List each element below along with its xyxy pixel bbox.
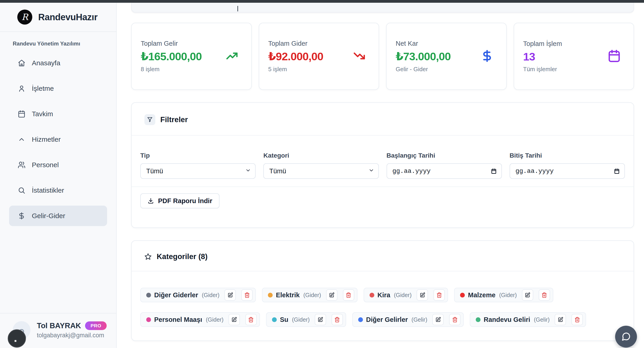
edit-category-button[interactable] <box>315 314 326 325</box>
category-type: (Gider) <box>499 292 517 298</box>
filter-icon-box <box>144 114 155 125</box>
chat-bubble-button[interactable] <box>615 326 637 348</box>
edit-category-button[interactable] <box>224 289 236 301</box>
category-color-dot <box>146 317 151 322</box>
edit-category-button[interactable] <box>555 314 566 325</box>
stat-label: Toplam İşlem <box>523 40 634 48</box>
category-name: Su <box>280 316 288 324</box>
stat-label: Net Kar <box>396 40 506 47</box>
category-chip: Personel Maaşı (Gider) <box>140 312 260 327</box>
trash-icon <box>334 317 340 322</box>
edit-icon <box>318 317 323 322</box>
delete-category-button[interactable] <box>332 314 343 325</box>
end-date-input[interactable]: gg.aa.yyyy <box>510 163 625 179</box>
sidebar-item-label: Gelir-Gider <box>32 212 65 220</box>
sidebar-item-istatistikler[interactable]: İstatistikler <box>9 180 107 200</box>
category-name: Malzeme <box>468 291 496 299</box>
delete-category-button[interactable] <box>245 314 257 325</box>
trending-up-icon <box>225 49 238 64</box>
calendar-icon <box>18 110 26 118</box>
category-chip: Su (Gider) <box>266 312 346 327</box>
sidebar: R RandevuHazır Randevu Yönetim Yazılımı … <box>0 3 117 348</box>
kategori-select[interactable]: Tümü <box>263 163 378 179</box>
stat-card-net-kar: Net Kar ₺73.000,00 Gelir - Gider <box>386 23 507 90</box>
stat-sub: 5 işlem <box>268 66 379 73</box>
pdf-download-button[interactable]: PDF Raporu İndir <box>140 193 220 208</box>
stat-card-toplam-islem: Toplam İşlem 13 Tüm işlemler <box>514 23 634 90</box>
delete-category-button[interactable] <box>434 289 445 301</box>
edit-icon <box>435 317 441 322</box>
category-chip: Randevu Geliri (Gelir) <box>470 312 586 327</box>
delete-category-button[interactable] <box>539 289 550 301</box>
tip-label: Tip <box>140 152 256 159</box>
start-date-label: Başlangıç Tarihi <box>386 152 502 159</box>
scrolled-card-remnant <box>131 3 634 12</box>
stat-sub: 8 işlem <box>141 66 251 73</box>
kategori-label: Kategori <box>263 152 378 159</box>
edit-category-button[interactable] <box>416 289 428 301</box>
trash-icon <box>436 292 442 298</box>
start-date-placeholder: gg.aa.yyyy <box>392 168 431 175</box>
category-name: Elektrik <box>276 291 300 299</box>
sidebar-item-label: Tavkim <box>32 110 53 118</box>
user-icon <box>18 84 26 92</box>
date-picker-icon[interactable] <box>491 168 497 174</box>
category-chip: Kira (Gider) <box>364 288 448 302</box>
home-icon <box>18 59 26 67</box>
edit-category-button[interactable] <box>326 289 338 301</box>
funnel-icon <box>147 116 153 123</box>
category-type: (Gelir) <box>412 316 427 323</box>
search-icon <box>18 186 26 194</box>
stat-card-toplam-gelir: Toplam Gelir ₺165.000,00 8 işlem <box>131 23 252 90</box>
tip-select[interactable]: Tümü <box>140 163 256 179</box>
category-name: Kira <box>378 291 390 299</box>
user-name: Tol BAYRAK <box>37 322 81 330</box>
chat-icon <box>621 332 631 342</box>
sidebar-item-hizmetler[interactable]: Hizmetler <box>9 129 107 150</box>
trash-icon <box>542 292 547 298</box>
category-color-dot <box>272 317 277 322</box>
category-chip: Diğer Gelirler (Gelir) <box>352 312 464 327</box>
text-cursor-artifact <box>238 6 238 11</box>
filters-title: Filtreler <box>160 115 188 124</box>
edit-icon <box>420 292 425 298</box>
edit-category-button[interactable] <box>432 314 444 325</box>
category-color-dot <box>358 317 363 322</box>
sidebar-item-tavkim[interactable]: Tavkim <box>9 104 107 124</box>
sidebar-item-anasayfa[interactable]: Anasayfa <box>9 53 107 73</box>
category-color-dot <box>146 293 151 298</box>
category-color-dot <box>460 293 465 298</box>
edit-icon <box>329 292 334 298</box>
edit-icon <box>524 292 530 298</box>
trash-icon <box>244 292 250 298</box>
category-color-dot <box>370 293 374 298</box>
date-picker-icon[interactable] <box>614 168 620 174</box>
star-icon <box>144 253 152 260</box>
tip-select-value: Tümü <box>146 168 163 175</box>
sidebar-item-gelir-gider[interactable]: Gelir-Gider <box>9 206 107 226</box>
category-type: (Gider) <box>394 292 412 298</box>
trash-icon <box>452 317 458 322</box>
delete-category-button[interactable] <box>343 289 354 301</box>
edit-category-button[interactable] <box>228 314 240 325</box>
stat-label: Toplam Gelir <box>141 40 251 47</box>
app-window: R RandevuHazır Randevu Yönetim Yazılımı … <box>0 0 644 348</box>
sidebar-item-personel[interactable]: Personel <box>9 155 107 175</box>
trash-icon <box>248 317 254 322</box>
top-dark-bar <box>0 0 644 3</box>
stat-sub: Tüm işlemler <box>523 66 634 73</box>
category-name: Randevu Geliri <box>484 316 530 324</box>
delete-category-button[interactable] <box>449 314 460 325</box>
edit-category-button[interactable] <box>522 289 533 301</box>
sidebar-item-isletme[interactable]: İşletme <box>9 78 107 99</box>
delete-category-button[interactable] <box>241 289 253 301</box>
sidebar-item-label: Anasayfa <box>32 59 60 67</box>
chevron-down-icon <box>245 168 251 175</box>
delete-category-button[interactable] <box>572 314 583 325</box>
category-chip: Elektrik (Gider) <box>262 288 358 302</box>
pro-badge: PRO <box>85 322 107 330</box>
category-type: (Gider) <box>303 292 321 298</box>
sidebar-section-label: Randevu Yönetim Yazılımı <box>13 40 116 47</box>
start-date-input[interactable]: gg.aa.yyyy <box>386 163 502 179</box>
stat-card-toplam-gider: Toplam Gider ₺92.000,00 5 işlem <box>259 23 379 90</box>
